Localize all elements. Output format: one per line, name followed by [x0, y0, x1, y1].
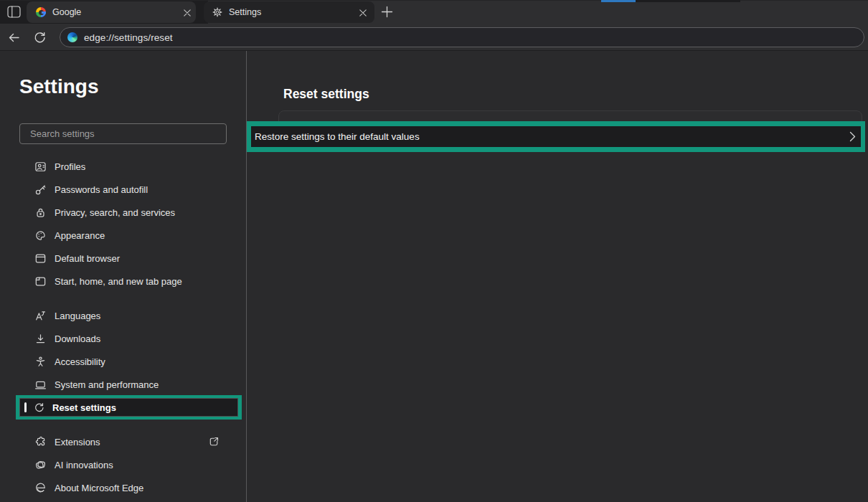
url-text: edge://settings/reset: [84, 32, 173, 43]
address-bar[interactable]: edge://settings/reset: [60, 27, 864, 47]
sidebar-item-appearance[interactable]: Appearance: [0, 224, 246, 247]
search-settings-input[interactable]: [19, 123, 227, 144]
sidebar-item-profiles[interactable]: Profiles: [0, 155, 246, 178]
sidebar-item-languages[interactable]: Languages: [0, 304, 246, 327]
new-tab-page-icon: [34, 275, 47, 288]
palette-icon: [34, 229, 47, 242]
sidebar-item-downloads[interactable]: Downloads: [0, 327, 246, 350]
tab-actions-menu-icon[interactable]: [7, 6, 21, 18]
sidebar-item-system[interactable]: System and performance: [0, 373, 246, 396]
sidebar-item-reset-settings[interactable]: Reset settings: [0, 396, 246, 419]
key-icon: [34, 184, 47, 196]
settings-content: Reset settings Restore settings to their…: [247, 51, 868, 502]
tab-close-icon[interactable]: [358, 8, 368, 18]
sidebar-item-extensions[interactable]: Extensions: [0, 430, 246, 453]
download-icon: [34, 333, 47, 345]
accessibility-icon: [34, 356, 47, 368]
tab-title: Settings: [229, 7, 261, 17]
sidebar-item-passwords[interactable]: Passwords and autofill: [0, 178, 246, 201]
new-tab-button[interactable]: [381, 6, 393, 18]
sidebar-item-start-home[interactable]: Start, home, and new tab page: [0, 270, 246, 293]
sidebar-item-ai-innovations[interactable]: AI innovations: [0, 453, 246, 476]
settings-gear-favicon: [212, 7, 222, 17]
google-favicon: [36, 7, 46, 17]
selected-indicator: [24, 402, 27, 412]
sidebar-title: Settings: [19, 75, 98, 98]
tab-settings[interactable]: Settings: [204, 1, 374, 23]
reset-settings-selected-pill[interactable]: Reset settings: [19, 398, 238, 417]
languages-icon: [34, 310, 47, 322]
sidebar-item-privacy[interactable]: Privacy, search, and services: [0, 201, 246, 224]
restore-settings-row[interactable]: Restore settings to their default values: [251, 126, 861, 147]
browser-window-icon: [34, 252, 47, 265]
tab-close-icon[interactable]: [182, 8, 192, 18]
sidebar-item-default-browser[interactable]: Default browser: [0, 247, 246, 270]
window-accent-line: [601, 0, 636, 2]
content-heading: Reset settings: [283, 87, 369, 102]
lock-icon: [34, 207, 47, 219]
sidebar-item-about-edge[interactable]: About Microsoft Edge: [0, 476, 246, 499]
tab-title: Google: [52, 7, 81, 17]
edge-logo-outline-icon: [34, 482, 47, 494]
tab-google[interactable]: Google: [27, 1, 196, 23]
edge-logo-icon: [67, 32, 77, 42]
back-button[interactable]: [7, 31, 21, 44]
annotation-highlight-row: Restore settings to their default values: [247, 121, 865, 152]
settings-page: Settings Profiles Passwords and autofill…: [0, 51, 868, 502]
sidebar-item-accessibility[interactable]: Accessibility: [0, 350, 246, 373]
puzzle-icon: [34, 436, 47, 448]
ai-innovations-icon: [34, 459, 47, 471]
window-dark-line: [636, 0, 740, 2]
external-link-icon: [208, 436, 220, 450]
reset-icon: [33, 402, 45, 414]
chevron-right-icon: [849, 131, 856, 142]
monitor-icon: [34, 379, 47, 391]
tab-strip: Google Settings: [0, 0, 868, 24]
refresh-button[interactable]: [33, 31, 47, 44]
browser-toolbar: edge://settings/reset: [0, 24, 868, 51]
profiles-icon: [34, 161, 47, 173]
settings-sidebar: Settings Profiles Passwords and autofill…: [0, 51, 246, 502]
